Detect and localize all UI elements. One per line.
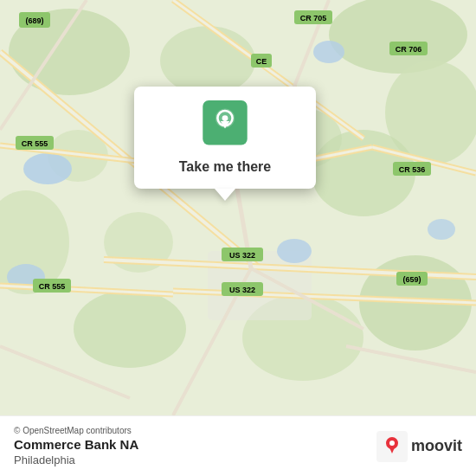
map-container: (689) CR 705 CR 706 CR 555 CR 555 CR 536… <box>0 0 476 415</box>
svg-point-70 <box>389 441 395 446</box>
svg-text:CR 536: CR 536 <box>399 165 426 174</box>
take-me-there-button[interactable]: Take me there <box>179 159 271 175</box>
svg-text:CR 555: CR 555 <box>22 139 48 148</box>
svg-point-9 <box>160 26 255 95</box>
bottom-left-info: © OpenStreetMap contributors Commerce Ba… <box>14 426 138 466</box>
moovit-logo: moovit <box>376 431 462 462</box>
svg-text:US 322: US 322 <box>229 286 255 294</box>
bottom-bar: © OpenStreetMap contributors Commerce Ba… <box>0 415 476 476</box>
svg-point-16 <box>277 239 312 263</box>
svg-point-18 <box>428 219 455 240</box>
map-pin-icon <box>199 100 251 152</box>
svg-text:(659): (659) <box>402 275 421 284</box>
svg-point-7 <box>74 290 186 368</box>
moovit-icon <box>376 431 408 462</box>
place-city: Philadelphia <box>14 453 138 466</box>
svg-point-14 <box>23 153 72 184</box>
map-tooltip: Take me there <box>134 87 316 189</box>
svg-text:CR 705: CR 705 <box>300 14 327 23</box>
svg-text:CR 706: CR 706 <box>396 45 422 54</box>
svg-point-17 <box>313 41 344 63</box>
osm-credit: © OpenStreetMap contributors <box>14 426 138 435</box>
map-svg: (689) CR 705 CR 706 CR 555 CR 555 CR 536… <box>0 0 476 415</box>
svg-text:CE: CE <box>256 57 267 66</box>
svg-text:(689): (689) <box>25 16 43 25</box>
moovit-label: moovit <box>411 437 462 455</box>
svg-point-66 <box>222 115 228 121</box>
place-name: Commerce Bank NA <box>14 437 138 452</box>
svg-text:US 322: US 322 <box>229 251 255 260</box>
svg-text:CR 555: CR 555 <box>39 282 66 291</box>
